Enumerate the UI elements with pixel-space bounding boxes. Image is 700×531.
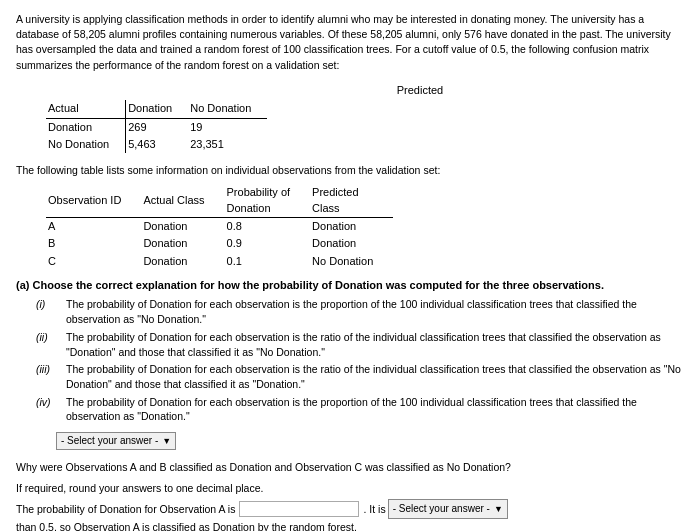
no-donation-col-header: No Donation — [188, 100, 267, 118]
obs-prob: 0.8 — [225, 217, 311, 235]
prob-row: The probability of Donation for Observat… — [16, 499, 684, 531]
table-row: CDonation0.1No Donation — [46, 253, 393, 270]
donation-count: 269 — [126, 118, 189, 136]
option-row: (ii) The probability of Donation for eac… — [36, 330, 684, 359]
table-row: No Donation5,46323,351 — [46, 136, 267, 153]
observation-table: Observation IDActual ClassProbability of… — [46, 184, 393, 270]
actual-col-header: Actual — [46, 100, 126, 118]
select-answer-label: - Select your answer - — [61, 434, 158, 448]
obs-predicted: Donation — [310, 235, 393, 252]
obs-id: C — [46, 253, 141, 270]
obs-actual: Donation — [141, 235, 224, 252]
select-answer-button[interactable]: - Select your answer - ▼ — [56, 432, 176, 450]
option-row: (iv) The probability of Donation for eac… — [36, 395, 684, 424]
donation-count: 5,463 — [126, 136, 189, 153]
obs-col-header-3: PredictedClass — [310, 184, 393, 217]
obs-id: A — [46, 217, 141, 235]
obs-col-header-0: Observation ID — [46, 184, 141, 217]
intro-text: A university is applying classification … — [16, 12, 684, 73]
option-roman-label: (i) — [36, 297, 66, 326]
no-donation-count: 23,351 — [188, 136, 267, 153]
question-a-bold: (a) Choose the correct explanation for h… — [16, 279, 604, 291]
obs-predicted: No Donation — [310, 253, 393, 270]
confusion-matrix: Predicted Actual Donation No Donation Do… — [46, 83, 684, 154]
option-text: The probability of Donation for each obs… — [66, 330, 684, 359]
prob-label-end: than 0.5, so Observation A is classified… — [16, 519, 357, 531]
option-roman-label: (iv) — [36, 395, 66, 424]
round-note-text: If required, round your answers to one d… — [16, 481, 684, 496]
option-roman-label: (ii) — [36, 330, 66, 359]
actual-class-label: Donation — [46, 118, 126, 136]
prob-label-start: The probability of Donation for Observat… — [16, 501, 235, 518]
option-text: The probability of Donation for each obs… — [66, 362, 684, 391]
predicted-header: Predicted — [156, 83, 684, 98]
option-row: (i) The probability of Donation for each… — [36, 297, 684, 326]
chevron-down-icon-inline: ▼ — [494, 502, 503, 516]
select-answer-inline-button[interactable]: - Select your answer - ▼ — [388, 499, 508, 519]
option-roman-label: (iii) — [36, 362, 66, 391]
select-answer-container: - Select your answer - ▼ — [36, 428, 684, 454]
select-answer-inline-label: - Select your answer - — [393, 501, 490, 517]
obs-id: B — [46, 235, 141, 252]
obs-col-header-2: Probability ofDonation — [225, 184, 311, 217]
why-question-text: Why were Observations A and B classified… — [16, 460, 684, 475]
obs-col-header-1: Actual Class — [141, 184, 224, 217]
obs-predicted: Donation — [310, 217, 393, 235]
obs-table-intro: The following table lists some informati… — [16, 163, 684, 178]
no-donation-count: 19 — [188, 118, 267, 136]
obs-actual: Donation — [141, 217, 224, 235]
option-text: The probability of Donation for each obs… — [66, 297, 684, 326]
obs-prob: 0.9 — [225, 235, 311, 252]
obs-actual: Donation — [141, 253, 224, 270]
table-row: ADonation0.8Donation — [46, 217, 393, 235]
donation-col-header: Donation — [126, 100, 189, 118]
obs-prob: 0.1 — [225, 253, 311, 270]
chevron-down-icon: ▼ — [162, 435, 171, 448]
actual-class-label: No Donation — [46, 136, 126, 153]
options-list: (i) The probability of Donation for each… — [16, 297, 684, 424]
option-text: The probability of Donation for each obs… — [66, 395, 684, 424]
prob-input-a[interactable] — [239, 501, 359, 517]
table-row: BDonation0.9Donation — [46, 235, 393, 252]
prob-label-mid: . It is — [363, 501, 385, 518]
option-row: (iii) The probability of Donation for ea… — [36, 362, 684, 391]
question-a-label: (a) Choose the correct explanation for h… — [16, 278, 684, 293]
table-row: Donation26919 — [46, 118, 267, 136]
